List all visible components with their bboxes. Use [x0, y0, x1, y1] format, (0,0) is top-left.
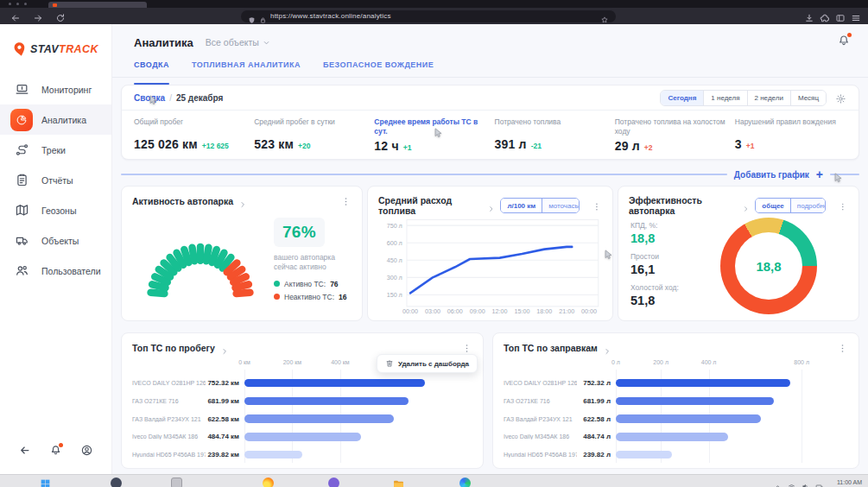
start-button-icon[interactable] [40, 478, 51, 487]
collapse-arrow-icon[interactable] [18, 444, 31, 457]
vehicle-name: ГАЗ О271КЕ 716 [504, 398, 577, 404]
volume-icon[interactable] [801, 478, 809, 486]
search-icon[interactable] [111, 478, 122, 487]
axis-tick-label: 0 км [238, 359, 250, 365]
activity-caption: вашего автопарка сейчас активно [274, 253, 357, 273]
objects-icon [10, 230, 33, 252]
range-button-month[interactable]: Месяц [790, 91, 826, 105]
fleet-activity-summary: 76% вашего автопарка сейчас активно Акти… [274, 218, 357, 301]
sidebar-item-label: Объекты [41, 236, 79, 246]
reload-icon[interactable] [55, 11, 66, 22]
notifications-bell-icon[interactable] [49, 444, 62, 457]
battery-icon[interactable] [815, 478, 823, 486]
downloads-icon[interactable] [804, 11, 814, 22]
range-button-two-weeks[interactable]: 2 недели [747, 91, 790, 105]
url-bar[interactable]: https://www.stavtrack.online/analytics [241, 10, 616, 22]
summary-stat-avg-daily-mileage: Средний пробег в сутки523 км+20 [254, 117, 365, 153]
card-header: Топ ТС по пробегу [122, 333, 483, 353]
back-icon[interactable] [10, 11, 21, 22]
card-title[interactable]: Средний расход топлива [378, 195, 482, 216]
sidebar-item-reports[interactable]: Отчёты [0, 165, 111, 195]
tracking-shield-icon[interactable] [248, 12, 256, 20]
toggle-detailed[interactable]: подробно [790, 199, 827, 212]
charts-row-top: Активность автопарка 76% вашего автопарк… [121, 186, 859, 321]
kebab-menu-icon[interactable] [592, 200, 602, 212]
objects-scope-dropdown[interactable]: Все объекты [206, 37, 270, 47]
bar-track [244, 414, 472, 423]
url-text[interactable]: https://www.stavtrack.online/analytics [270, 12, 597, 20]
tab-fuel-analytics[interactable]: ТОПЛИВНАЯ АНАЛИТИКА [192, 60, 301, 77]
tray-chevron-up-icon[interactable] [774, 478, 782, 486]
sidebar-item-users[interactable]: Пользователи [0, 256, 111, 286]
header-bell-icon[interactable] [837, 34, 851, 47]
menu-hamburger-icon[interactable] [851, 11, 861, 22]
browser-tab[interactable] [48, 2, 147, 8]
card-title[interactable]: Топ ТС по пробегу [132, 343, 215, 353]
kebab-menu-icon[interactable] [461, 342, 472, 353]
add-chart-button[interactable]: Добавить график [734, 170, 809, 180]
efficiency-stat-value: 18,8 [630, 231, 713, 245]
card-title[interactable]: Активность автопарка [132, 196, 233, 206]
firefox-icon[interactable] [263, 478, 274, 487]
card-title[interactable]: Эффективность автопарка [629, 195, 737, 216]
legend-value: 76 [330, 280, 338, 288]
efficiency-stat-label: Холостой ход: [630, 283, 713, 292]
taskbar-clock[interactable]: 11:00 AM [837, 479, 862, 485]
bar-row: Hyundai HD65 Р456АВ 197239.82 км [132, 446, 472, 463]
sidebar-item-objects[interactable]: Объекты [0, 225, 111, 256]
toggle-l-per-100km[interactable]: л/100 км [501, 199, 542, 212]
chevron-right-icon[interactable] [220, 344, 229, 352]
vehicle-name: ГАЗ О271КЕ 716 [132, 398, 206, 404]
svg-text:00:00: 00:00 [402, 307, 418, 314]
settings-gear-icon[interactable] [835, 92, 846, 104]
kebab-menu-icon[interactable] [838, 200, 848, 212]
sidebar-item-monitoring[interactable]: Мониторинг [0, 74, 111, 104]
sidebar-panel-icon[interactable] [835, 11, 846, 22]
svg-text:18:00: 18:00 [536, 307, 552, 314]
tab-safe-driving[interactable]: БЕЗОПАСНОЕ ВОЖДЕНИЕ [323, 60, 434, 77]
app-icon[interactable] [328, 478, 339, 487]
chevron-right-icon[interactable] [238, 197, 247, 206]
file-explorer-icon[interactable] [393, 478, 404, 487]
browser-titlebar [0, 0, 868, 8]
axis-tick-label: 400 л [701, 359, 717, 365]
range-button-today[interactable]: Сегодня [661, 91, 703, 105]
reports-icon [10, 169, 33, 192]
extensions-icon[interactable] [820, 11, 830, 22]
kebab-menu-icon[interactable] [340, 195, 352, 206]
vehicle-name: IVECO DAILY О281НР 126 [132, 380, 206, 386]
chevron-right-icon[interactable] [742, 201, 750, 210]
bar-value: 622.58 л [577, 415, 616, 423]
window-controls[interactable] [9, 3, 27, 5]
toggle-engine-hours[interactable]: моточасы [542, 199, 580, 212]
wifi-icon[interactable] [788, 478, 795, 486]
bar-track [616, 414, 848, 423]
plus-icon[interactable]: + [816, 168, 823, 180]
bar-value: 681.99 км [206, 397, 244, 405]
kebab-menu-icon[interactable] [837, 342, 848, 353]
card-title[interactable]: Топ ТС по заправкам [504, 343, 598, 353]
task-view-icon[interactable] [171, 478, 182, 487]
edge-icon[interactable] [459, 478, 471, 487]
chevron-right-icon[interactable] [603, 344, 611, 352]
bookmark-star-icon[interactable] [600, 12, 609, 21]
svg-text:300 л: 300 л [387, 274, 402, 281]
sidebar-item-tracks[interactable]: Треки [0, 135, 111, 165]
sidebar-item-geozones[interactable]: Геозоны [0, 195, 111, 225]
app-window: STAVTRACK МониторингАналитикаТрекиОтчёты… [0, 24, 868, 474]
forward-icon[interactable] [33, 11, 43, 22]
bar [244, 397, 409, 406]
range-button-one-week[interactable]: 1 неделя [703, 91, 746, 105]
tab-summary[interactable]: СВОДКА [134, 60, 169, 77]
toggle-general[interactable]: общее [756, 199, 789, 212]
sidebar-item-label: Треки [41, 145, 66, 155]
summary-stat-avg-work-time[interactable]: Среднее время работы ТС в сут.12 ч+1 [374, 117, 485, 153]
sidebar-item-analytics[interactable]: Аналитика [0, 104, 111, 135]
account-icon[interactable] [80, 444, 93, 457]
menu-item-label: Удалить с дашборда [398, 360, 469, 368]
system-tray [774, 478, 823, 486]
lock-icon[interactable] [259, 12, 267, 20]
chevron-right-icon[interactable] [487, 201, 495, 210]
delete-from-dashboard-menu-item[interactable]: Удалить с дашборда [377, 354, 478, 373]
page-title: Аналитика [134, 36, 193, 49]
